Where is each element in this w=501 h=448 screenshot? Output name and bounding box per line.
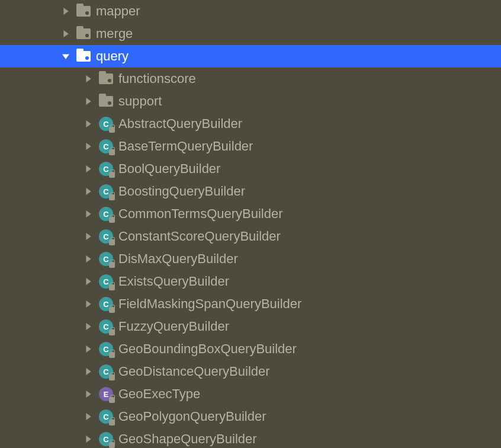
tree-row[interactable]: mapper (0, 0, 501, 23)
tree-row[interactable]: CBoolQueryBuilder (0, 158, 501, 180)
chevron-right-icon[interactable] (82, 162, 95, 175)
chevron-right-icon[interactable] (59, 27, 72, 40)
lock-icon (109, 239, 115, 245)
svg-marker-14 (86, 323, 91, 330)
chevron-right-icon[interactable] (82, 320, 95, 333)
class-icon: C (98, 296, 114, 312)
tree-row[interactable]: query (0, 45, 501, 68)
svg-marker-18 (86, 413, 91, 420)
lock-icon (109, 307, 115, 313)
tree-item-label: BoostingQueryBuilder (118, 184, 245, 199)
chevron-right-icon[interactable] (82, 140, 95, 153)
tree-row[interactable]: CGeoBoundingBoxQueryBuilder (0, 338, 501, 360)
folder-icon (76, 26, 91, 41)
tree-item-label: GeoShapeQueryBuilder (118, 431, 257, 447)
tree-row[interactable]: functionscore (0, 68, 501, 90)
chevron-right-icon[interactable] (82, 433, 95, 446)
folder-icon (98, 94, 114, 109)
chevron-right-icon[interactable] (82, 95, 95, 108)
tree-row[interactable]: support (0, 90, 501, 113)
class-icon: C (98, 431, 114, 447)
svg-marker-17 (86, 391, 91, 398)
class-icon: C (98, 206, 114, 222)
svg-marker-19 (86, 436, 91, 443)
tree-row[interactable]: CGeoDistanceQueryBuilder (0, 360, 501, 383)
enum-icon: E (98, 386, 114, 402)
tree-item-label: merge (96, 26, 133, 41)
class-icon: C (98, 364, 114, 379)
tree-row[interactable]: EGeoExecType (0, 383, 501, 405)
chevron-right-icon[interactable] (82, 72, 95, 85)
chevron-right-icon[interactable] (82, 207, 95, 220)
chevron-right-icon[interactable] (82, 297, 95, 311)
chevron-right-icon[interactable] (82, 185, 95, 198)
tree-row[interactable]: CBaseTermQueryBuilder (0, 135, 501, 158)
tree-item-label: ConstantScoreQueryBuilder (118, 229, 281, 244)
svg-marker-7 (86, 165, 91, 172)
lock-icon (109, 442, 115, 448)
lock-icon (109, 194, 115, 200)
chevron-right-icon[interactable] (82, 365, 95, 378)
tree-row[interactable]: CBoostingQueryBuilder (0, 180, 501, 203)
folder-icon (76, 4, 91, 19)
svg-marker-0 (63, 8, 68, 15)
tree-item-label: query (96, 49, 129, 64)
chevron-right-icon[interactable] (82, 117, 95, 130)
tree-row[interactable]: CDisMaxQueryBuilder (0, 248, 501, 270)
tree-row[interactable]: merge (0, 23, 501, 45)
class-icon: C (98, 274, 114, 289)
class-icon: C (98, 341, 114, 357)
tree-row[interactable]: CConstantScoreQueryBuilder (0, 225, 501, 248)
tree-item-label: ExistsQueryBuilder (118, 274, 229, 289)
tree-item-label: FieldMaskingSpanQueryBuilder (118, 296, 301, 312)
folder-icon (98, 71, 114, 87)
svg-marker-9 (86, 210, 91, 217)
tree-item-label: AbstractQueryBuilder (118, 116, 242, 132)
lock-icon (109, 127, 115, 133)
project-tree[interactable]: mappermergequeryfunctionscoresupportCAbs… (0, 0, 501, 448)
lock-icon (109, 397, 115, 403)
svg-marker-6 (86, 143, 91, 150)
chevron-right-icon[interactable] (82, 252, 95, 265)
svg-marker-15 (86, 345, 91, 353)
tree-item-label: GeoDistanceQueryBuilder (118, 364, 270, 379)
svg-marker-8 (86, 188, 91, 195)
chevron-down-icon[interactable] (59, 50, 72, 63)
chevron-right-icon[interactable] (82, 275, 95, 288)
lock-icon (109, 352, 115, 358)
tree-row[interactable]: CAbstractQueryBuilder (0, 113, 501, 135)
lock-icon (109, 329, 115, 335)
svg-marker-2 (62, 54, 69, 59)
tree-item-label: DisMaxQueryBuilder (118, 251, 238, 267)
svg-marker-10 (86, 233, 91, 240)
class-icon: C (98, 139, 114, 154)
tree-row[interactable]: CExistsQueryBuilder (0, 270, 501, 293)
class-icon: C (98, 116, 114, 132)
tree-item-label: BaseTermQueryBuilder (118, 139, 253, 154)
chevron-right-icon[interactable] (82, 410, 95, 423)
tree-item-label: mapper (96, 4, 140, 19)
chevron-right-icon[interactable] (59, 5, 72, 18)
class-icon: C (98, 161, 114, 177)
svg-marker-3 (86, 75, 91, 82)
tree-item-label: GeoExecType (118, 386, 200, 402)
tree-item-label: functionscore (118, 71, 196, 87)
tree-row[interactable]: CFieldMaskingSpanQueryBuilder (0, 293, 501, 315)
lock-icon (109, 172, 115, 178)
tree-row[interactable]: CGeoPolygonQueryBuilder (0, 405, 501, 428)
chevron-right-icon[interactable] (82, 343, 95, 356)
class-icon: C (98, 409, 114, 424)
chevron-right-icon[interactable] (82, 388, 95, 401)
svg-marker-13 (86, 300, 91, 308)
tree-row[interactable]: CCommonTermsQueryBuilder (0, 203, 501, 225)
class-icon: C (98, 184, 114, 199)
chevron-right-icon[interactable] (82, 230, 95, 243)
tree-item-label: FuzzyQueryBuilder (118, 319, 229, 334)
svg-marker-1 (63, 30, 68, 37)
tree-row[interactable]: CFuzzyQueryBuilder (0, 315, 501, 338)
class-icon: C (98, 229, 114, 244)
tree-item-label: support (118, 94, 162, 109)
tree-item-label: CommonTermsQueryBuilder (118, 206, 283, 222)
lock-icon (109, 262, 115, 268)
tree-row[interactable]: CGeoShapeQueryBuilder (0, 428, 501, 448)
